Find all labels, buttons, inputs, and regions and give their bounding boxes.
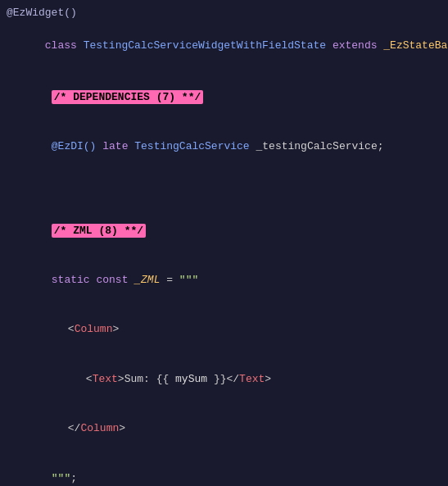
code-editor: @EzWidget() class TestingCalcServiceWidg…	[0, 0, 448, 486]
line-2: class TestingCalcServiceWidgetWithFieldS…	[0, 21, 448, 70]
line-12: """;	[0, 454, 448, 486]
line-10: <Text>Sum: {{ mySum }}</Text>	[0, 355, 448, 404]
zml-end: """;	[7, 454, 77, 486]
zml-column-close: </Column>	[7, 404, 125, 453]
empty-line-6	[0, 188, 448, 204]
empty-line-5	[0, 171, 448, 188]
comment-zml: /* ZML (8) **/	[7, 206, 146, 255]
line-11: </Column>	[0, 404, 448, 453]
comment-dependencies: /* DEPENDENCIES (7) **/	[7, 73, 203, 122]
line-9: <Column>	[0, 305, 448, 354]
ezdi-annotation: @EzDI() late TestingCalcService _testing…	[7, 122, 384, 171]
line-4: @EzDI() late TestingCalcService _testing…	[0, 122, 448, 171]
zml-column-open: <Column>	[7, 305, 119, 354]
class-decl: class TestingCalcServiceWidgetWithFieldS…	[7, 21, 448, 70]
line-3: /* DEPENDENCIES (7) **/	[0, 71, 448, 122]
line-1: @EzWidget()	[0, 5, 448, 21]
zml-static-decl: static const _ZML = """	[7, 256, 198, 305]
line-7: /* ZML (8) **/	[0, 204, 448, 255]
line-8: static const _ZML = """	[0, 256, 448, 305]
decorator-ezwidget: @EzWidget()	[7, 5, 77, 21]
zml-text-element: <Text>Sum: {{ mySum }}</Text>	[7, 355, 271, 404]
